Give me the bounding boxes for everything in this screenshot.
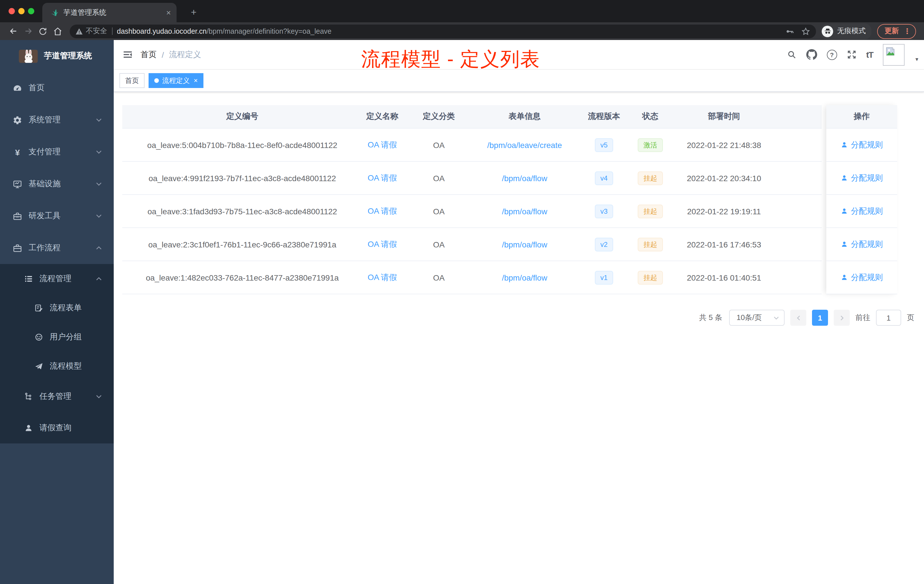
- definition-name-link[interactable]: OA 请假: [368, 173, 397, 182]
- zoom-window-button[interactable]: [28, 8, 34, 14]
- goto-page-input[interactable]: [876, 310, 901, 326]
- page-title-annotation: 流程模型 - 定义列表: [361, 46, 540, 73]
- table-row: oa_leave:2:3c1f0ef1-76b1-11ec-9c66-a2380…: [122, 228, 822, 261]
- chevron-right-icon: [838, 315, 845, 321]
- sidebar-item-payment[interactable]: ¥ 支付管理: [0, 136, 114, 168]
- definition-name-link[interactable]: OA 请假: [368, 239, 397, 248]
- search-icon[interactable]: [787, 50, 797, 59]
- close-window-button[interactable]: [8, 8, 15, 14]
- form-link[interactable]: /bpm/oa/flow: [502, 206, 548, 216]
- font-size-icon[interactable]: tT: [866, 50, 873, 59]
- sidebar-logo[interactable]: 芋道管理系统: [0, 40, 114, 72]
- dashboard-icon: [13, 83, 22, 93]
- url-text[interactable]: dashboard.yudao.iocoder.cn/bpm/manager/d…: [117, 27, 778, 35]
- tag-home[interactable]: 首页: [119, 73, 145, 88]
- tag-close-icon[interactable]: ×: [194, 77, 198, 84]
- definition-name-link[interactable]: OA 请假: [368, 206, 397, 215]
- deploy-time: 2022-01-22 21:48:38: [666, 140, 782, 149]
- chevron-left-icon: [795, 315, 802, 321]
- sidebar-item-task-management[interactable]: 任务管理: [0, 381, 114, 412]
- sidebar-item-process-model[interactable]: 流程模型: [0, 351, 114, 381]
- browser-tab[interactable]: 芋道管理系统 ×: [42, 3, 177, 22]
- reload-icon[interactable]: [35, 24, 50, 39]
- yen-icon: ¥: [13, 147, 22, 157]
- assign-rule-button[interactable]: 分配规则: [826, 129, 897, 162]
- user-icon: [841, 274, 848, 281]
- sidebar-item-process-management[interactable]: 流程管理: [0, 264, 114, 293]
- definition-category: OA: [402, 206, 475, 216]
- sidebar-item-home[interactable]: 首页: [0, 72, 114, 104]
- new-tab-button[interactable]: +: [187, 7, 201, 18]
- browser-tabstrip: 芋道管理系统 × +: [0, 0, 924, 22]
- sidebar-item-infrastructure[interactable]: 基础设施: [0, 168, 114, 200]
- sidebar-item-system[interactable]: 系统管理: [0, 104, 114, 136]
- tab-title: 芋道管理系统: [63, 8, 166, 17]
- col-header-status: 状态: [634, 111, 666, 122]
- assign-rule-button[interactable]: 分配规则: [826, 228, 897, 261]
- breadcrumb-home[interactable]: 首页: [140, 49, 157, 60]
- app-title: 芋道管理系统: [44, 51, 92, 61]
- chevron-down-icon: [96, 181, 102, 187]
- window-controls[interactable]: [8, 8, 34, 14]
- form-link[interactable]: /bpm/oa/flow: [502, 240, 548, 249]
- version-badge: v2: [594, 238, 613, 251]
- sidebar-item-dev-tools[interactable]: 研发工具: [0, 200, 114, 232]
- table-fixed-action-column: 操作 分配规则 分配规则 分配规则: [826, 105, 897, 294]
- definition-name-link[interactable]: OA 请假: [368, 272, 397, 281]
- sidebar-item-workflow[interactable]: 工作流程: [0, 232, 114, 264]
- sidebar-item-leave-query[interactable]: 请假查询: [0, 412, 114, 444]
- user-avatar[interactable]: [883, 44, 904, 66]
- pagination: 共 5 条 10条/页 1 前往 页: [122, 310, 914, 326]
- fullscreen-icon[interactable]: [847, 50, 856, 59]
- deploy-time: 2022-01-16 01:40:51: [666, 273, 782, 282]
- prev-page-button[interactable]: [790, 310, 806, 326]
- definition-name-link[interactable]: OA 请假: [368, 140, 397, 149]
- chevron-down-icon: [96, 148, 102, 155]
- omnibox-divider: [112, 27, 112, 35]
- bookmark-star-icon[interactable]: [801, 26, 810, 36]
- col-header-name: 定义名称: [362, 111, 402, 122]
- sidebar: 芋道管理系统 首页 系统管理 ¥ 支付管理: [0, 40, 114, 584]
- sidebar-toggle-icon[interactable]: [119, 46, 136, 63]
- breadcrumb: 首页 / 流程定义: [140, 49, 201, 60]
- sidebar-item-user-group[interactable]: 用户分组: [0, 322, 114, 351]
- goto-label: 前往: [855, 313, 870, 323]
- help-icon[interactable]: ?: [827, 49, 837, 60]
- incognito-label: 无痕模式: [837, 26, 866, 36]
- briefcase-icon: [13, 243, 22, 253]
- user-dropdown-caret-icon[interactable]: ▾: [916, 56, 918, 62]
- security-label[interactable]: 不安全: [86, 26, 107, 36]
- assign-rule-button[interactable]: 分配规则: [826, 261, 897, 294]
- assign-rule-button[interactable]: 分配规则: [826, 162, 897, 195]
- address-bar[interactable]: 不安全 dashboard.yudao.iocoder.cn/bpm/manag…: [70, 24, 816, 38]
- github-icon[interactable]: [806, 49, 817, 60]
- status-badge: 挂起: [638, 238, 663, 251]
- deploy-time: 2022-01-22 20:34:10: [666, 173, 782, 183]
- home-icon[interactable]: [50, 24, 65, 39]
- chevron-down-icon: [96, 213, 102, 219]
- table-row: oa_leave:3:1fad3d93-7b75-11ec-a3c8-acde4…: [122, 195, 822, 228]
- breadcrumb-current: 流程定义: [169, 49, 201, 60]
- page-size-select[interactable]: 10条/页: [729, 310, 785, 326]
- chevron-up-icon: [96, 275, 102, 282]
- form-link[interactable]: /bpm/oa/leave/create: [487, 140, 562, 149]
- browser-menu-kebab-icon[interactable]: ⋮: [903, 27, 911, 35]
- next-page-button[interactable]: [834, 310, 850, 326]
- sidebar-item-process-form[interactable]: 流程表单: [0, 293, 114, 322]
- page-unit-label: 页: [907, 313, 914, 323]
- form-link[interactable]: /bpm/oa/flow: [502, 173, 548, 183]
- chevron-up-icon: [96, 244, 102, 251]
- browser-update-button[interactable]: 更新 ⋮: [877, 24, 916, 39]
- current-page-button[interactable]: 1: [812, 310, 828, 326]
- tag-process-definition[interactable]: 流程定义 ×: [148, 73, 203, 88]
- tab-close-icon[interactable]: ×: [166, 8, 171, 16]
- paper-plane-icon: [34, 361, 43, 371]
- user-icon: [841, 174, 848, 182]
- table-row: oa_leave:5:004b710b-7b8a-11ec-8ef0-acde4…: [122, 129, 822, 162]
- minimize-window-button[interactable]: [18, 8, 25, 14]
- col-header-action: 操作: [826, 105, 897, 129]
- back-icon[interactable]: [6, 24, 21, 39]
- form-link[interactable]: /bpm/oa/flow: [502, 273, 548, 282]
- password-key-icon[interactable]: [785, 26, 794, 36]
- assign-rule-button[interactable]: 分配规则: [826, 195, 897, 228]
